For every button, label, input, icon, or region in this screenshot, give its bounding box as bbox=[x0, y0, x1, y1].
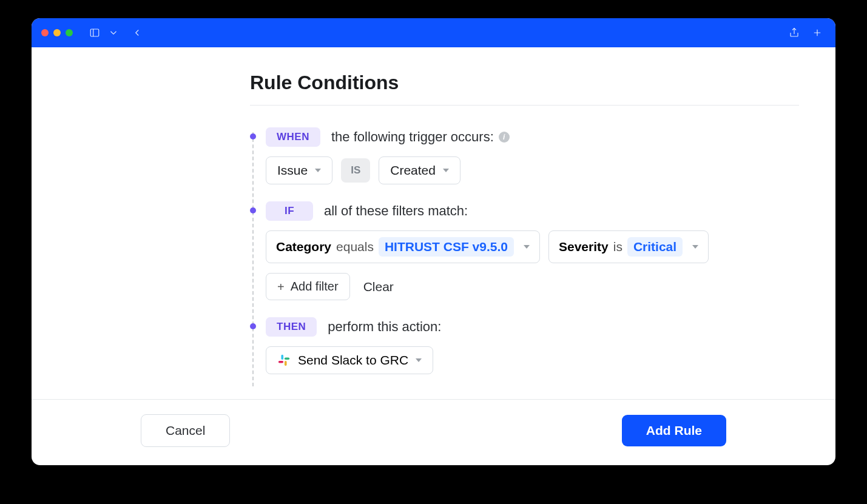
add-filter-label: Add filter bbox=[291, 280, 339, 294]
is-operator-label: IS bbox=[341, 158, 370, 183]
if-step: IF all of these filters match: Category … bbox=[250, 201, 799, 300]
cancel-button[interactable]: Cancel bbox=[141, 414, 230, 447]
timeline-node bbox=[250, 323, 256, 329]
clear-filters-link[interactable]: Clear bbox=[359, 280, 399, 294]
content-area: Rule Conditions WHEN the following trigg… bbox=[32, 47, 835, 399]
plus-icon: + bbox=[277, 281, 285, 293]
trigger-subject-label: Issue bbox=[277, 163, 308, 178]
caret-icon bbox=[315, 169, 321, 172]
action-label: Send Slack to GRC bbox=[298, 353, 408, 368]
sidebar-toggle-icon[interactable] bbox=[86, 24, 103, 41]
filter-op-label: equals bbox=[336, 240, 374, 254]
footer-bar: Cancel Add Rule bbox=[32, 399, 835, 465]
trigger-subject-dropdown[interactable]: Issue bbox=[266, 156, 332, 184]
if-chip: IF bbox=[266, 201, 313, 221]
rule-timeline: WHEN the following trigger occurs: i Iss… bbox=[250, 127, 799, 374]
back-button[interactable] bbox=[129, 24, 146, 41]
traffic-lights bbox=[41, 29, 73, 36]
caret-icon bbox=[524, 245, 530, 249]
trigger-verb-dropdown[interactable]: Created bbox=[379, 156, 460, 184]
add-rule-button[interactable]: Add Rule bbox=[622, 415, 726, 446]
if-description: all of these filters match: bbox=[324, 203, 468, 219]
timeline-node bbox=[250, 207, 256, 213]
then-step: THEN perform this action: Send Slack to … bbox=[250, 317, 799, 374]
add-icon[interactable] bbox=[809, 24, 826, 41]
trigger-verb-label: Created bbox=[390, 163, 436, 178]
when-step: WHEN the following trigger occurs: i Iss… bbox=[250, 127, 799, 184]
svg-rect-0 bbox=[90, 29, 99, 36]
maximize-window-button[interactable] bbox=[66, 29, 73, 36]
action-dropdown[interactable]: Send Slack to GRC bbox=[266, 346, 433, 374]
timeline-node bbox=[250, 133, 256, 139]
slack-icon bbox=[277, 354, 291, 367]
when-description: the following trigger occurs: i bbox=[331, 129, 510, 145]
share-icon[interactable] bbox=[786, 24, 803, 41]
filter-value-tag: Critical bbox=[627, 237, 683, 257]
filter-op-label: is bbox=[613, 240, 622, 254]
caret-icon bbox=[443, 169, 449, 172]
page-title: Rule Conditions bbox=[250, 72, 799, 106]
filter-value-tag: HITRUST CSF v9.5.0 bbox=[379, 237, 514, 257]
add-filter-button[interactable]: + Add filter bbox=[266, 273, 350, 300]
then-chip: THEN bbox=[266, 317, 317, 337]
minimize-window-button[interactable] bbox=[53, 29, 61, 36]
filter-severity[interactable]: Severity is Critical bbox=[548, 230, 709, 263]
chevron-down-icon[interactable] bbox=[108, 24, 119, 41]
filter-category[interactable]: Category equals HITRUST CSF v9.5.0 bbox=[266, 230, 540, 263]
close-window-button[interactable] bbox=[41, 29, 49, 36]
caret-icon bbox=[416, 358, 422, 362]
when-chip: WHEN bbox=[266, 127, 320, 147]
titlebar bbox=[32, 18, 835, 47]
then-description: perform this action: bbox=[328, 319, 441, 335]
info-icon[interactable]: i bbox=[499, 132, 510, 143]
when-desc-text: the following trigger occurs: bbox=[331, 129, 494, 145]
app-window: Rule Conditions WHEN the following trigg… bbox=[32, 18, 835, 465]
caret-icon bbox=[692, 245, 698, 249]
filter-field-label: Category bbox=[276, 240, 331, 254]
filter-field-label: Severity bbox=[559, 240, 609, 254]
